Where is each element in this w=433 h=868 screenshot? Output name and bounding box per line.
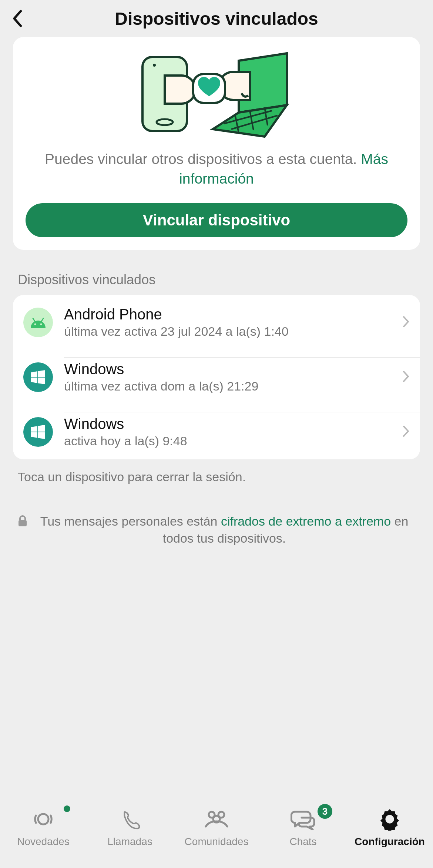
windows-icon — [23, 362, 53, 392]
device-name: Windows — [64, 361, 398, 378]
device-row-windows-2[interactable]: Windows activa hoy a la(s) 9:48 — [13, 405, 420, 459]
android-icon — [23, 308, 53, 337]
header: Dispositivos vinculados — [0, 0, 433, 37]
devices-illustration — [26, 50, 407, 142]
device-row-android[interactable]: Android Phone última vez activa 23 jul 2… — [13, 295, 420, 350]
device-row-content: Windows activa hoy a la(s) 9:48 — [64, 412, 398, 452]
lock-icon — [18, 515, 27, 532]
e2e-notice: Tus mensajes personales están cifrados d… — [0, 488, 433, 547]
tab-label: Novedades — [17, 836, 70, 848]
chevron-left-icon — [11, 9, 23, 28]
e2e-prefix: Tus mensajes personales están — [40, 514, 221, 528]
linked-devices-list: Android Phone última vez activa 23 jul 2… — [13, 295, 420, 459]
notification-dot — [64, 805, 70, 812]
svg-line-12 — [41, 318, 43, 321]
tab-label: Configuración — [355, 836, 425, 848]
tab-novedades[interactable]: Novedades — [0, 806, 87, 848]
device-name: Android Phone — [64, 306, 398, 323]
updates-icon — [30, 806, 56, 832]
chevron-right-icon — [402, 315, 410, 329]
svg-marker-16 — [38, 370, 45, 377]
tab-label: Comunidades — [185, 836, 249, 848]
svg-marker-22 — [38, 432, 45, 439]
tab-label: Llamadas — [107, 836, 152, 848]
page-title: Dispositivos vinculados — [0, 9, 433, 29]
tab-label: Chats — [289, 836, 316, 848]
logout-hint: Toca un dispositivo para cerrar la sesió… — [0, 459, 433, 488]
device-status: activa hoy a la(s) 9:48 — [64, 434, 398, 448]
chevron-right-icon — [402, 425, 410, 439]
windows-icon — [23, 417, 53, 447]
device-name: Windows — [64, 416, 398, 432]
tab-llamadas[interactable]: Llamadas — [87, 806, 173, 848]
svg-point-13 — [34, 324, 36, 325]
chevron-right-icon — [402, 370, 410, 384]
svg-marker-17 — [31, 378, 37, 383]
tab-comunidades[interactable]: Comunidades — [173, 806, 260, 848]
device-row-content: Windows última vez activa dom a la(s) 21… — [64, 357, 398, 397]
svg-marker-20 — [38, 425, 45, 432]
chats-icon — [290, 806, 316, 832]
tab-chats[interactable]: 3 Chats — [260, 806, 346, 848]
link-devices-card: Puedes vincular otros dispositivos a est… — [13, 37, 420, 250]
back-button[interactable] — [6, 7, 28, 30]
svg-marker-18 — [38, 378, 45, 384]
device-status: última vez activa dom a la(s) 21:29 — [64, 379, 398, 393]
svg-marker-15 — [31, 371, 37, 377]
tab-configuracion[interactable]: Configuración — [346, 806, 433, 848]
svg-line-11 — [33, 318, 35, 321]
device-status: última vez activa 23 jul 2024 a la(s) 1:… — [64, 324, 398, 339]
hero-description: Puedes vincular otros dispositivos a est… — [26, 150, 407, 188]
link-device-button[interactable]: Vincular dispositivo — [26, 203, 407, 237]
gear-icon — [377, 806, 403, 832]
communities-icon — [204, 806, 229, 832]
chats-badge: 3 — [318, 804, 332, 819]
svg-marker-19 — [31, 426, 37, 432]
svg-marker-21 — [31, 432, 37, 438]
hero-text-prefix: Puedes vincular otros dispositivos a est… — [45, 151, 361, 167]
phone-icon — [117, 806, 143, 832]
svg-point-14 — [40, 324, 42, 325]
device-row-content: Android Phone última vez activa 23 jul 2… — [64, 302, 398, 342]
device-row-windows-1[interactable]: Windows última vez activa dom a la(s) 21… — [13, 350, 420, 405]
svg-marker-4 — [213, 105, 287, 137]
e2e-link[interactable]: cifrados de extremo a extremo — [221, 514, 391, 528]
linked-devices-section-header: Dispositivos vinculados — [0, 250, 433, 295]
tab-bar: Novedades Llamadas Comunidades 3 — [0, 800, 433, 868]
svg-point-24 — [38, 814, 48, 824]
svg-rect-23 — [19, 520, 27, 526]
svg-point-1 — [153, 64, 156, 67]
